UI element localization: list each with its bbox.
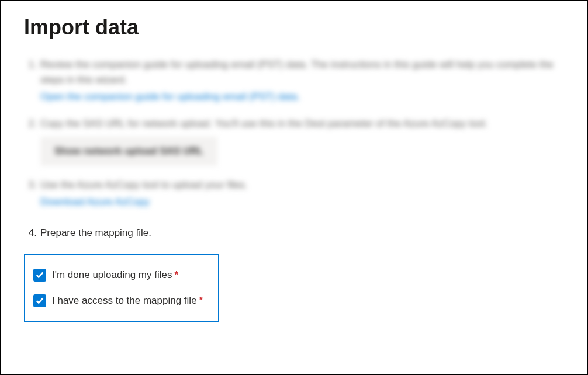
checkmark-icon bbox=[36, 297, 44, 305]
mapping-access-checkbox[interactable] bbox=[33, 294, 46, 307]
step-3-text: Use the Azure AzCopy tool to upload your… bbox=[40, 179, 247, 190]
step-2-number: 2. bbox=[24, 116, 37, 166]
done-uploading-label: I'm done uploading my files bbox=[52, 269, 172, 281]
step-3: 3. Use the Azure AzCopy tool to upload y… bbox=[24, 178, 564, 210]
step-1-number: 1. bbox=[24, 57, 37, 105]
blurred-steps-area: 1. Review the companion guide for upload… bbox=[24, 57, 564, 210]
step-2: 2. Copy the SAS URL for network upload. … bbox=[24, 116, 564, 166]
step-4: 4. Prepare the mapping file. bbox=[24, 227, 564, 239]
step-2-text: Copy the SAS URL for network upload. You… bbox=[40, 118, 487, 129]
step-1: 1. Review the companion guide for upload… bbox=[24, 57, 564, 105]
download-azcopy-link[interactable]: Download Azure AzCopy bbox=[40, 195, 564, 210]
step-4-number: 4. bbox=[24, 227, 37, 239]
companion-guide-link[interactable]: Open the companion guide for uploading e… bbox=[40, 89, 564, 105]
done-uploading-row: I'm done uploading my files * bbox=[33, 269, 203, 282]
step-1-text: Review the companion guide for uploading… bbox=[40, 59, 554, 85]
done-uploading-checkbox[interactable] bbox=[33, 269, 46, 282]
page-title: Import data bbox=[24, 15, 564, 40]
show-sas-url-button[interactable]: Show network upload SAS URL bbox=[40, 137, 217, 166]
mapping-access-row: I have access to the mapping file * bbox=[33, 294, 203, 307]
checkmark-icon bbox=[36, 271, 44, 279]
required-indicator: * bbox=[174, 269, 178, 281]
checkbox-highlight-frame: I'm done uploading my files * I have acc… bbox=[24, 254, 219, 322]
required-indicator: * bbox=[199, 295, 203, 307]
mapping-access-label: I have access to the mapping file bbox=[52, 295, 197, 307]
step-3-number: 3. bbox=[24, 178, 37, 210]
step-4-text: Prepare the mapping file. bbox=[40, 227, 151, 238]
